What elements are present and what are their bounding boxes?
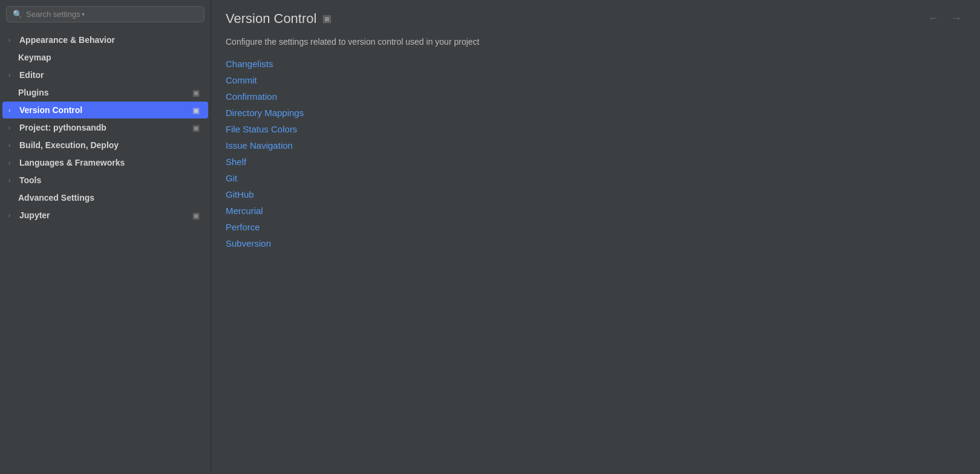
link-shelf[interactable]: Shelf (226, 157, 965, 167)
sidebar-item-label: Languages & Frameworks (19, 158, 200, 167)
page-title: Version Control (226, 11, 316, 27)
link-commit[interactable]: Commit (226, 75, 965, 85)
sidebar-item-version-control[interactable]: › Version Control ▣ (2, 102, 208, 118)
sidebar-item-label: Version Control (19, 105, 190, 115)
sidebar-item-label: Project: pythonsandb (19, 123, 190, 132)
title-icon: ▣ (322, 13, 332, 24)
search-icon: 🔍 (13, 10, 22, 19)
search-bar[interactable]: 🔍 Search settings ▾ (6, 6, 204, 22)
link-confirmation[interactable]: Confirmation (226, 91, 965, 102)
sidebar-item-keymap[interactable]: Keymap (2, 49, 208, 66)
sidebar-item-advanced-settings[interactable]: Advanced Settings (2, 189, 208, 206)
main-header: Version Control ▣ ← → (211, 0, 980, 27)
chevron-icon: › (8, 177, 16, 184)
header-left: Version Control ▣ (226, 11, 332, 27)
sidebar-item-plugins[interactable]: Plugins ▣ (2, 84, 208, 101)
link-subversion[interactable]: Subversion (226, 238, 965, 248)
link-perforce[interactable]: Perforce (226, 222, 965, 232)
main-content: Version Control ▣ ← → Configure the sett… (211, 0, 980, 474)
chevron-icon: › (8, 72, 16, 79)
chevron-icon: › (8, 212, 16, 219)
search-dropdown-arrow[interactable]: ▾ (82, 11, 85, 18)
chevron-icon: › (8, 107, 16, 114)
sidebar-item-label: Tools (19, 175, 200, 185)
link-github[interactable]: GitHub (226, 189, 965, 200)
link-file-status-colors[interactable]: File Status Colors (226, 124, 965, 134)
version-control-badge: ▣ (192, 106, 200, 115)
link-directory-mappings[interactable]: Directory Mappings (226, 108, 965, 118)
sidebar-item-label: Editor (19, 70, 200, 80)
link-mercurial[interactable]: Mercurial (226, 206, 965, 216)
chevron-icon: › (8, 37, 16, 44)
sidebar-item-build[interactable]: › Build, Execution, Deploy (2, 137, 208, 154)
chevron-icon: › (8, 142, 16, 149)
link-git[interactable]: Git (226, 173, 965, 183)
chevron-icon: › (8, 160, 16, 166)
sidebar-nav: › Appearance & Behavior Keymap › Editor … (0, 28, 211, 474)
plugins-badge: ▣ (192, 88, 200, 97)
sidebar-item-label: Appearance & Behavior (19, 35, 200, 45)
sidebar-item-appearance[interactable]: › Appearance & Behavior (2, 31, 208, 48)
link-changelists[interactable]: Changelists (226, 59, 965, 69)
page-description: Configure the settings related to versio… (211, 27, 980, 59)
sidebar-item-label: Jupyter (19, 210, 190, 220)
sidebar-item-tools[interactable]: › Tools (2, 172, 208, 189)
version-control-links: Changelists Commit Confirmation Director… (211, 59, 980, 248)
sidebar-item-label: Build, Execution, Deploy (19, 140, 200, 150)
sidebar-item-languages[interactable]: › Languages & Frameworks (2, 154, 208, 171)
search-input[interactable]: Search settings (26, 10, 80, 19)
sidebar-item-label: Keymap (18, 53, 200, 62)
header-nav: ← → (924, 10, 965, 27)
sidebar-item-label: Advanced Settings (18, 193, 200, 203)
project-badge: ▣ (192, 123, 200, 132)
link-issue-navigation[interactable]: Issue Navigation (226, 140, 965, 151)
sidebar-item-jupyter[interactable]: › Jupyter ▣ (2, 207, 208, 224)
sidebar-item-project[interactable]: › Project: pythonsandb ▣ (2, 119, 208, 136)
jupyter-badge: ▣ (192, 211, 200, 220)
forward-button[interactable]: → (947, 10, 965, 27)
sidebar-item-label: Plugins (18, 88, 190, 97)
sidebar-item-editor[interactable]: › Editor (2, 67, 208, 83)
back-button[interactable]: ← (924, 10, 942, 27)
chevron-icon: › (8, 125, 16, 131)
settings-sidebar: 🔍 Search settings ▾ › Appearance & Behav… (0, 0, 211, 474)
